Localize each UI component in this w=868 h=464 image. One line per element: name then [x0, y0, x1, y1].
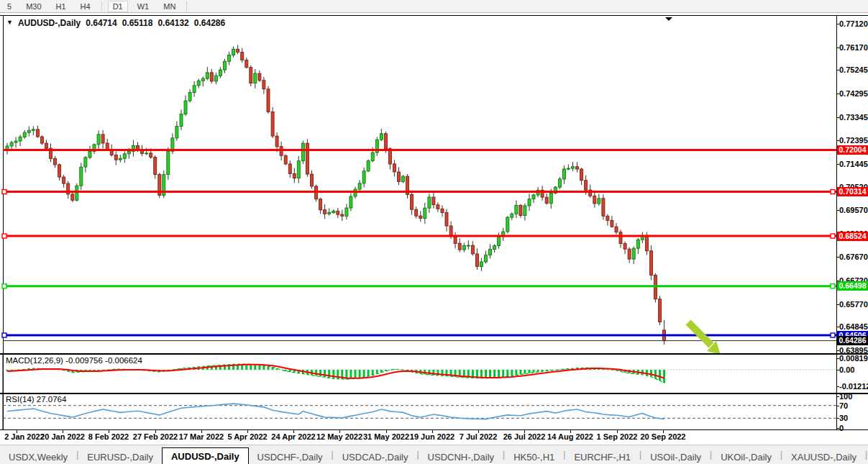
rsi-axis-label: 100 [839, 393, 852, 401]
tab-ukoil-daily[interactable]: UKOil-,Daily [712, 450, 780, 464]
price-axis-label: 0.74295 [839, 90, 868, 98]
main-chart-canvas[interactable] [0, 16, 868, 353]
rsi-axis-label: 70 [839, 402, 848, 410]
ohlc-close: 0.64286 [194, 18, 225, 28]
rsi-canvas[interactable] [0, 394, 868, 429]
timeframe-button-M30[interactable]: M30 [21, 1, 46, 12]
date-axis-label: 5 Apr 2022 [224, 432, 271, 441]
price-axis-label: 0.69570 [839, 206, 868, 214]
tab-audusd-daily[interactable]: AUDUSD-,Daily [162, 447, 249, 464]
price-axis-label: 0.72395 [839, 137, 868, 145]
price-axis-label: 0.71445 [839, 160, 868, 168]
rsi-label: RSI(14) 27.0764 [6, 395, 66, 404]
date-axis-label: 31 May 2022 [362, 432, 410, 441]
macd-axis-label: 0.008197 [839, 355, 868, 363]
price-line-label: 0.72004 [837, 145, 868, 155]
ohlc-open: 0.64714 [86, 18, 117, 28]
macd-label: MACD(12,26,9) -0.009756 -0.006624 [6, 356, 142, 365]
tab-usdcad-daily[interactable]: USDCAD-,Daily [334, 450, 417, 464]
mt4-window: 5M30H1H4D1W1MN ▼ AUDUSD-,Daily 0.64714 0… [0, 0, 868, 464]
date-axis-label: 26 Jul 2022 [501, 432, 548, 441]
date-axis-label: 12 May 2022 [316, 432, 363, 441]
date-axis-label: 20 Jan 2022 [39, 432, 86, 441]
date-axis-label: 24 Apr 2022 [270, 432, 317, 441]
price-axis-label: 0.67670 [839, 253, 868, 261]
rsi-axis-label: 30 [839, 414, 848, 422]
timeframe-button-H4[interactable]: H4 [76, 1, 96, 12]
ohlc-low: 0.64132 [157, 18, 188, 28]
macd-axis-label: 0.00 [839, 366, 854, 374]
price-line-label: 0.66498 [837, 281, 868, 291]
price-axis-label: 0.64845 [839, 323, 868, 331]
date-axis-label: 20 Sep 2022 [639, 432, 687, 441]
tab-usdchf-daily[interactable]: USDCHF-,Daily [249, 450, 332, 464]
tab-usdx-weekly[interactable]: USDX,Weekly [0, 450, 76, 464]
ohlc-collapse-icon[interactable]: ▼ [6, 19, 13, 26]
date-axis-label: 17 Mar 2022 [178, 432, 225, 441]
rsi-axis-label: 0 [839, 424, 844, 432]
chart-shift-marker-icon [665, 17, 672, 21]
price-axis-label: 0.73345 [839, 114, 868, 122]
current-price-label: 0.64286 [837, 336, 868, 345]
time-axis-border [0, 429, 868, 430]
date-axis-label: 1 Sep 2022 [593, 432, 641, 441]
ohlc-high: 0.65118 [122, 18, 153, 28]
timeframe-button-H1[interactable]: H1 [51, 1, 71, 12]
date-axis-label: 19 Jun 2022 [408, 432, 456, 441]
date-axis-label: 14 Aug 2022 [547, 432, 594, 441]
price-axis-label: 0.77120 [839, 20, 868, 28]
timeframe-button-MN[interactable]: MN [158, 1, 181, 12]
price-axis-label: 0.75245 [839, 66, 868, 74]
price-line-label: 0.68524 [837, 232, 868, 241]
date-axis-label: 7 Jul 2022 [454, 432, 502, 441]
timeframe-button-D1[interactable]: D1 [108, 1, 128, 12]
price-axis-label: 0.76170 [839, 44, 868, 52]
date-axis-label: 27 Feb 2022 [132, 432, 179, 441]
price-axis-label: 0.65770 [839, 301, 868, 309]
toolbar-separator [101, 1, 102, 11]
tab-usdcnh-daily[interactable]: USDCNH-,Daily [419, 450, 503, 464]
chart-tab-bar: USDX,Weekly|EURUSD-,DailyAUDUSD-,DailyUS… [0, 445, 868, 464]
toolbar-separator [186, 1, 187, 11]
tab-eurusd-daily[interactable]: EURUSD-,Daily [78, 450, 162, 464]
timeframe-toolbar: 5M30H1H4D1W1MN [0, 0, 868, 13]
tab-xauusd-daily[interactable]: XAUUSD-,Daily [782, 450, 865, 464]
chart-title: ▼ AUDUSD-,Daily 0.64714 0.65118 0.64132 … [6, 18, 225, 28]
price-line-label: 0.70314 [837, 187, 868, 196]
tab-usoil-daily[interactable]: USOil-,Daily [641, 450, 710, 464]
symbol-timeframe-label: AUDUSD-,Daily [18, 18, 81, 28]
timeframe-button-W1[interactable]: W1 [132, 1, 155, 12]
timeframe-button-5[interactable]: 5 [2, 1, 17, 12]
macd-axis-label: -0.012123 [839, 383, 868, 391]
tab-eurchf-h1[interactable]: EURCHF-,H1 [565, 450, 639, 464]
tab-hk50-h1[interactable]: HK50-,H1 [505, 450, 563, 464]
down-right-arrow-annotation [688, 322, 721, 353]
date-axis-label: 8 Feb 2022 [85, 432, 132, 441]
